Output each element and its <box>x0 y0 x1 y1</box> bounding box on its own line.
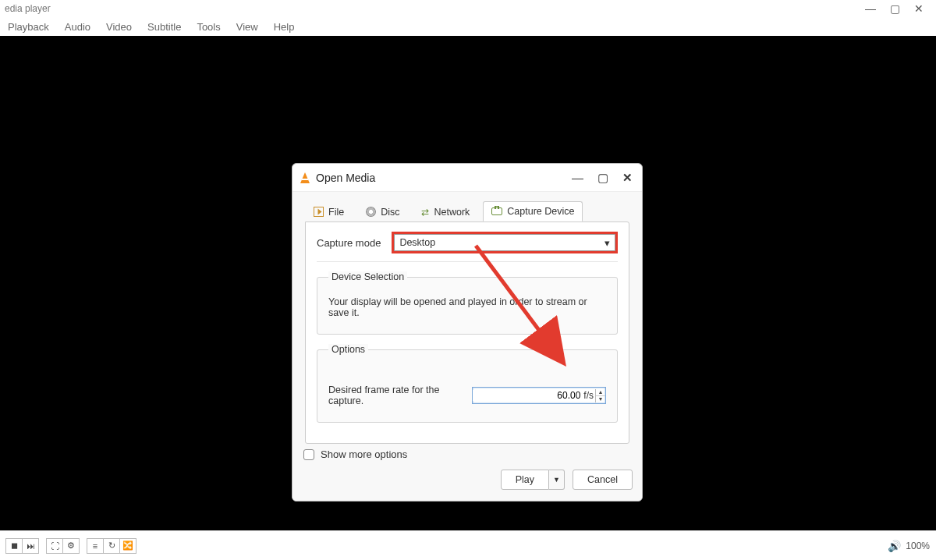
spinner-buttons: ▲ ▼ <box>595 389 605 402</box>
chevron-down-icon: ▾ <box>604 237 610 249</box>
dialog-title: Open Media <box>316 172 375 184</box>
dialog-button-row: Play ▼ Cancel <box>302 470 633 490</box>
capture-mode-value: Desktop <box>399 237 435 248</box>
fullscreen-button[interactable]: ⛶ <box>46 538 63 554</box>
frame-rate-label: Desired frame rate for the capture. <box>328 385 463 406</box>
show-more-checkbox[interactable] <box>303 449 314 460</box>
menu-tools[interactable]: Tools <box>190 19 226 34</box>
open-media-dialog: Open Media — ▢ ✕ File Disc ⇄Network Capt… <box>292 163 643 502</box>
play-dropdown-button[interactable]: ▼ <box>549 470 565 490</box>
volume-icon[interactable]: 🔊 <box>888 540 901 552</box>
maximize-icon[interactable]: ▢ <box>890 2 900 15</box>
close-icon[interactable]: ✕ <box>914 2 924 15</box>
tab-network[interactable]: ⇄Network <box>413 201 478 222</box>
options-fieldset: Options Desired frame rate for the captu… <box>317 344 618 423</box>
settings-button[interactable]: ⚙ <box>62 538 80 554</box>
tab-strip: File Disc ⇄Network Capture Device <box>305 201 629 222</box>
tab-file[interactable]: File <box>305 201 353 222</box>
spinner-up-icon[interactable]: ▲ <box>596 389 605 396</box>
window-title: edia player <box>5 3 51 14</box>
network-icon: ⇄ <box>421 207 429 218</box>
device-selection-text: Your display will be opened and played i… <box>328 296 606 318</box>
annotation-highlight-box: Desktop ▾ <box>392 232 618 253</box>
tab-capture-label: Capture Device <box>507 206 574 217</box>
vlc-cone-icon <box>300 172 310 183</box>
shuffle-button[interactable]: 🔀 <box>119 538 136 554</box>
menu-video[interactable]: Video <box>100 19 138 34</box>
play-button[interactable]: Play <box>501 470 549 490</box>
dialog-close-icon[interactable]: ✕ <box>622 171 633 185</box>
capture-mode-combobox[interactable]: Desktop ▾ <box>394 234 615 251</box>
volume-value: 100% <box>906 541 930 551</box>
dialog-body: File Disc ⇄Network Capture Device Captur… <box>292 192 642 501</box>
menu-audio[interactable]: Audio <box>58 19 97 34</box>
cancel-button[interactable]: Cancel <box>573 470 633 490</box>
tab-file-label: File <box>328 207 344 218</box>
play-split-button: Play ▼ <box>501 470 565 490</box>
capture-device-icon <box>491 207 502 215</box>
tab-network-label: Network <box>434 207 470 218</box>
title-bar: edia player — ▢ ✕ <box>0 0 936 17</box>
cancel-button-label: Cancel <box>587 474 618 485</box>
frame-rate-input[interactable] <box>473 390 583 401</box>
window-controls: — ▢ ✕ <box>865 2 931 15</box>
menu-view[interactable]: View <box>230 19 264 34</box>
tab-capture-device[interactable]: Capture Device <box>483 201 583 222</box>
tab-panel-capture: Capture mode Desktop ▾ Device Selection … <box>305 222 629 444</box>
menu-playback[interactable]: Playback <box>2 19 55 34</box>
next-button[interactable]: ⏭ <box>22 538 39 554</box>
device-selection-fieldset: Device Selection Your display will be op… <box>317 271 618 335</box>
dialog-maximize-icon[interactable]: ▢ <box>597 171 608 185</box>
tab-disc[interactable]: Disc <box>357 201 408 222</box>
menu-help[interactable]: Help <box>268 19 301 34</box>
loop-button[interactable]: ↻ <box>103 538 120 554</box>
frame-rate-unit: f/s <box>583 390 595 401</box>
show-more-label: Show more options <box>321 448 407 460</box>
disc-icon <box>366 207 376 217</box>
capture-mode-label: Capture mode <box>317 237 381 249</box>
device-selection-legend: Device Selection <box>328 271 407 282</box>
dialog-minimize-icon[interactable]: — <box>572 171 583 184</box>
video-viewport: Open Media — ▢ ✕ File Disc ⇄Network Capt… <box>0 36 936 530</box>
tab-disc-label: Disc <box>381 207 399 218</box>
menu-bar: Playback Audio Video Subtitle Tools View… <box>0 17 936 36</box>
dialog-titlebar: Open Media — ▢ ✕ <box>292 164 642 192</box>
options-legend: Options <box>328 344 368 355</box>
file-icon <box>314 207 324 217</box>
minimize-icon[interactable]: — <box>865 2 876 15</box>
menu-subtitle[interactable]: Subtitle <box>141 19 187 34</box>
frame-rate-spinner[interactable]: f/s ▲ ▼ <box>472 387 606 404</box>
playlist-button[interactable]: ≡ <box>87 538 104 554</box>
spinner-down-icon[interactable]: ▼ <box>596 396 605 402</box>
player-control-bar: ◼ ⏭ ⛶ ⚙ ≡ ↻ 🔀 🔊 100% <box>0 530 936 560</box>
play-button-label: Play <box>516 474 534 485</box>
stop-button[interactable]: ◼ <box>5 538 23 554</box>
show-more-row: Show more options <box>303 448 631 460</box>
